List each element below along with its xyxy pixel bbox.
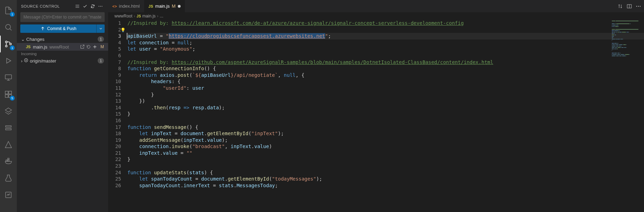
commit-dropdown-button[interactable] [96, 24, 105, 33]
svg-point-19 [638, 6, 639, 6]
tab-label: main.js [155, 3, 170, 9]
view-as-tree-icon[interactable] [74, 3, 81, 10]
remote-icon[interactable] [0, 103, 17, 119]
source-control-panel: SOURCE CONTROL Commit & Push ⌄ Changes 1… [17, 0, 108, 212]
minimap[interactable] [611, 20, 639, 212]
line-numbers-gutter: 1234567891011121314151617181920212223242… [108, 20, 127, 212]
editor-tabs: <> index.html JS main.js M [108, 0, 644, 12]
branch-section[interactable]: › origin/master 1 [17, 57, 108, 65]
chevron-down-icon: ⌄ [21, 37, 25, 42]
scm-badge: 1 [10, 45, 15, 50]
explorer-badge: 1 [10, 12, 15, 17]
code-content[interactable]: //Inspired by: https://learn.microsoft.c… [127, 20, 644, 212]
refresh-icon[interactable] [89, 3, 96, 10]
search-icon[interactable] [0, 19, 17, 36]
svg-point-13 [99, 6, 99, 6]
svg-point-20 [640, 6, 640, 6]
extensions-icon[interactable]: 5 [0, 86, 17, 103]
open-file-icon[interactable] [79, 44, 85, 50]
breadcrumb-separator: › [134, 14, 135, 19]
extensions-badge: 5 [10, 96, 15, 101]
commit-message-input[interactable] [20, 12, 105, 22]
breadcrumb-item[interactable]: wwwRoot [114, 14, 132, 19]
incoming-download-icon [24, 58, 28, 64]
resource-monitor-icon[interactable] [0, 187, 17, 203]
svg-rect-4 [5, 75, 12, 79]
js-file-icon: JS [26, 45, 31, 49]
tab-index-html[interactable]: <> index.html [108, 0, 144, 12]
file-location: wwwRoot [49, 44, 69, 50]
changes-label: Changes [26, 37, 44, 42]
more-actions-icon[interactable] [97, 3, 104, 10]
svg-point-18 [636, 6, 637, 6]
svg-point-2 [6, 45, 7, 47]
changes-section[interactable]: ⌄ Changes 1 [17, 35, 108, 43]
chevron-right-icon: › [21, 58, 22, 64]
svg-rect-5 [5, 91, 8, 94]
tab-dirty-indicator [178, 5, 181, 8]
js-file-icon: JS [136, 14, 141, 18]
breadcrumb-separator: › [157, 14, 159, 19]
tab-label: index.html [119, 3, 140, 9]
svg-rect-7 [5, 95, 8, 97]
branch-count: 1 [98, 58, 104, 64]
changes-count: 1 [98, 36, 104, 42]
discard-changes-icon[interactable] [86, 44, 91, 50]
js-file-icon: JS [148, 4, 153, 8]
commit-push-button[interactable]: Commit & Push [20, 24, 96, 33]
svg-point-15 [102, 6, 102, 6]
svg-point-0 [6, 24, 10, 29]
remote-explorer-icon[interactable] [0, 69, 17, 86]
svg-point-14 [100, 6, 101, 6]
code-editor[interactable]: 1234567891011121314151617181920212223242… [108, 20, 644, 212]
run-debug-icon[interactable] [0, 52, 17, 69]
breadcrumb-item[interactable]: main.js [142, 14, 156, 19]
azure-icon[interactable] [0, 136, 17, 153]
scm-changed-file[interactable]: JS main.js wwwRoot M [17, 43, 108, 51]
stage-changes-icon[interactable] [92, 44, 98, 50]
branch-name: origin/master [30, 58, 56, 64]
file-name: main.js [33, 44, 47, 50]
svg-point-1 [6, 41, 7, 43]
source-control-icon[interactable]: 1 [0, 36, 17, 52]
scm-title: SOURCE CONTROL [21, 4, 73, 8]
breadcrumbs[interactable]: wwwRoot › JS main.js › ... [108, 12, 644, 20]
tab-main-js[interactable]: JS main.js M [144, 0, 185, 12]
azure-resources-icon[interactable] [0, 119, 17, 136]
svg-rect-11 [8, 158, 9, 160]
editor-area: <> index.html JS main.js M wwwRoot › JS … [108, 0, 644, 212]
testing-icon[interactable] [0, 170, 17, 187]
split-editor-icon[interactable] [626, 3, 632, 9]
commit-push-label: Commit & Push [47, 26, 76, 31]
explorer-icon[interactable]: 1 [0, 2, 17, 19]
docker-icon[interactable] [0, 153, 17, 170]
svg-rect-6 [9, 91, 12, 94]
activity-bar: 1 1 5 [0, 0, 17, 212]
html-file-icon: <> [112, 4, 117, 8]
more-tab-actions-icon[interactable] [636, 3, 641, 9]
breadcrumb-item[interactable]: ... [160, 14, 163, 19]
scm-header: SOURCE CONTROL [17, 0, 108, 12]
commit-check-icon[interactable] [82, 3, 89, 10]
svg-point-3 [10, 43, 12, 45]
compare-changes-icon[interactable] [617, 3, 623, 9]
modified-badge: M [100, 44, 104, 49]
tab-modified-letter: M [172, 3, 176, 9]
incoming-label: Incoming [17, 51, 108, 57]
